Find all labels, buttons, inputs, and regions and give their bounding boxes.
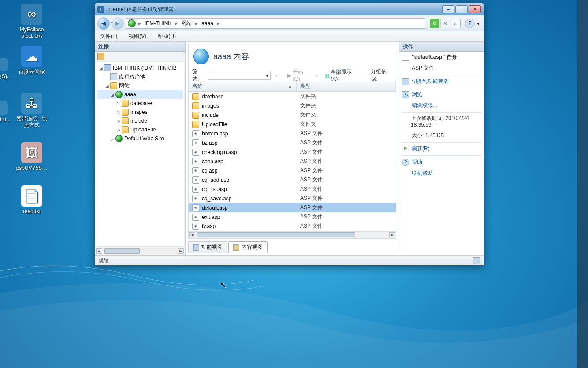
breadcrumb-sites[interactable]: 网站 — [179, 19, 194, 28]
list-item[interactable]: include文件夹 — [189, 110, 396, 120]
expand-icon[interactable]: ▷ — [116, 110, 121, 115]
collapse-icon[interactable]: ◢ — [110, 92, 115, 97]
browse-icon: ◎ — [402, 91, 409, 98]
desktop-icon-baidu[interactable]: ☁ 百度云管家 — [14, 46, 49, 75]
list-item[interactable]: ◈fy.aspASP 文件 — [189, 222, 396, 231]
stop-nav-button[interactable]: ✕ — [440, 19, 450, 28]
folder-tool-icon[interactable] — [97, 53, 104, 60]
list-item[interactable]: images文件夹 — [189, 101, 396, 110]
tree-sub-datebase[interactable]: ▷ datebase — [97, 99, 183, 108]
desktop-icon-broadband[interactable]: 🖧 宽带连接 - 快捷方式 — [14, 93, 49, 128]
action-browse[interactable]: ◎ 浏览 — [399, 89, 484, 100]
list-item[interactable]: ◈exit.aspASP 文件 — [189, 212, 396, 222]
breadcrumb-server[interactable]: IBM-THINK — [142, 19, 174, 27]
scroll-left-icon[interactable]: ◄ — [96, 248, 102, 254]
tree-sub-images[interactable]: ▷ images — [97, 108, 183, 116]
folder-icon — [192, 121, 199, 128]
list-item[interactable]: ◈bottom.aspASP 文件 — [189, 129, 396, 138]
desktop-icon-label: read.txt — [14, 208, 49, 214]
toolbar-separator: ▾│ — [275, 72, 281, 79]
scroll-thumb[interactable] — [197, 232, 355, 237]
cell-name: ◈exit.asp — [189, 214, 297, 221]
tree-sub-include[interactable]: ▷ include — [97, 116, 183, 125]
scroll-right-icon[interactable]: ► — [178, 248, 184, 254]
help-dropdown[interactable]: ▾ — [476, 19, 481, 28]
list-item[interactable]: ◈cq_add.aspASP 文件 — [189, 175, 396, 184]
list-item[interactable]: ◈default.aspASP 文件 — [189, 203, 396, 212]
start-button[interactable]: ▶开始(G) — [286, 68, 311, 83]
menu-help[interactable]: 帮助(H) — [156, 32, 178, 41]
list-item[interactable]: ◈cq_list.aspASP 文件 — [189, 184, 396, 194]
maximize-button[interactable]: ☐ — [455, 5, 468, 13]
back-button[interactable]: ◄▼ — [97, 17, 110, 30]
scroll-right-icon[interactable]: ► — [389, 232, 395, 237]
connections-tree[interactable]: ◢ IBM-THINK (IBM-THINK\IB 应用程序池 ◢ 网站 ◢ — [96, 61, 184, 247]
collapse-icon[interactable]: ◢ — [105, 83, 109, 88]
action-refresh[interactable]: ↻ 刷新(R) — [399, 143, 484, 154]
tree-sites[interactable]: ◢ 网站 — [97, 81, 183, 90]
file-name: datebase — [202, 94, 223, 100]
action-label: 切换到功能视图 — [412, 78, 449, 85]
expand-icon[interactable]: ▷ — [116, 119, 121, 124]
menu-view[interactable]: 视图(V) — [127, 32, 148, 41]
desktop-icon-leftpartial2[interactable]: oft u... — [0, 101, 11, 123]
list-item[interactable]: ◈bz.aspASP 文件 — [189, 138, 396, 147]
forward-button[interactable]: ► — [112, 17, 124, 30]
tree-app-pools[interactable]: 应用程序池 — [97, 72, 183, 81]
connections-header: 连接 — [95, 42, 185, 52]
list-item[interactable]: ◈cq.aspASP 文件 — [189, 166, 396, 175]
action-edit-perm[interactable]: 编辑权限... — [399, 100, 484, 111]
column-header-name[interactable]: 名称 ▲ — [189, 81, 297, 91]
titlebar[interactable]: I Internet 信息服务(IIS)管理器 ━ ☐ ✕ — [95, 3, 484, 15]
tree-site-aaaa[interactable]: ◢ aaaa — [97, 90, 183, 99]
list-item[interactable]: UploadFile文件夹 — [189, 120, 396, 129]
scroll-thumb[interactable] — [104, 248, 140, 254]
folder-icon — [192, 102, 199, 109]
desktop-icon-psb[interactable]: 🖼 psbUVY5S… — [14, 142, 49, 171]
collapse-icon[interactable]: ◢ — [99, 66, 103, 71]
asp-file-icon: ◈ — [192, 158, 199, 165]
tree-sub-uploadfile[interactable]: ▷ UploadFile — [97, 125, 183, 134]
desktop-icon-myeclipse[interactable]: ∞ MyEclipse 5.5.1 GA — [14, 4, 49, 39]
menu-file[interactable]: 文件(F) — [98, 32, 119, 41]
list-item[interactable]: ◈checklogin.aspASP 文件 — [189, 147, 396, 157]
cell-name: ◈bz.asp — [189, 139, 297, 146]
tree-default-website[interactable]: ▷ Default Web Site — [97, 134, 183, 143]
tree-server-node[interactable]: ◢ IBM-THINK (IBM-THINK\IB — [97, 64, 183, 72]
action-label: 上次修改时间: 2010/4/24 18:35:59 — [411, 115, 481, 128]
expand-icon[interactable]: ▷ — [110, 136, 115, 141]
help-button[interactable]: ? — [465, 19, 475, 28]
list-hscroll[interactable]: ◄ ► — [189, 231, 396, 238]
expand-icon[interactable]: ▷ — [116, 128, 121, 132]
action-help[interactable]: ? 帮助 — [399, 157, 484, 168]
column-header-type[interactable]: 类型 — [297, 81, 396, 91]
file-name: UploadFile — [202, 121, 227, 128]
list-item[interactable]: ◈cq_save.aspASP 文件 — [189, 194, 396, 203]
file-list[interactable]: 名称 ▲ 类型 datebase文件夹images文件夹include文件夹Up… — [189, 81, 396, 231]
tab-features-view[interactable]: 功能视图 — [188, 241, 227, 253]
action-label: ASP 文件 — [412, 64, 434, 72]
tab-content-view[interactable]: 内容视图 — [228, 241, 268, 253]
list-item[interactable]: ◈conn.aspASP 文件 — [189, 157, 396, 166]
list-item[interactable]: datebase文件夹 — [189, 92, 396, 101]
action-switch-view[interactable]: 切换到功能视图 — [399, 76, 484, 87]
folder-icon — [192, 112, 199, 119]
view-tabs: 功能视图 内容视图 — [188, 241, 396, 253]
showall-button[interactable]: ▦全部显示(A) — [323, 68, 359, 83]
expand-icon[interactable]: ▷ — [116, 101, 121, 106]
breadcrumb-path[interactable]: ▸ IBM-THINK ▸ 网站 ▸ aaaa ▸ — [126, 18, 425, 29]
scroll-left-icon[interactable]: ◄ — [189, 232, 195, 237]
tree-hscroll[interactable]: ◄ ► — [96, 248, 184, 255]
refresh-nav-button[interactable]: ↻ — [430, 19, 439, 28]
filter-select[interactable]: ▾ — [208, 71, 271, 80]
cell-name: ◈cq_save.asp — [189, 195, 297, 202]
desktop-icon-leftpartial1[interactable]: 信S).. — [0, 58, 11, 79]
minimize-button[interactable]: ━ — [442, 5, 454, 13]
desktop-icon-read[interactable]: 📄 read.txt — [14, 185, 49, 214]
content-title: aaaa 内容 — [213, 51, 249, 62]
home-button[interactable]: ⌂ — [451, 19, 461, 28]
close-button[interactable]: ✕ — [469, 5, 481, 13]
breadcrumb-site-aaaa[interactable]: aaaa — [199, 19, 216, 27]
cell-type: ASP 文件 — [297, 204, 396, 211]
action-online-help[interactable]: 联机帮助 — [399, 168, 484, 179]
